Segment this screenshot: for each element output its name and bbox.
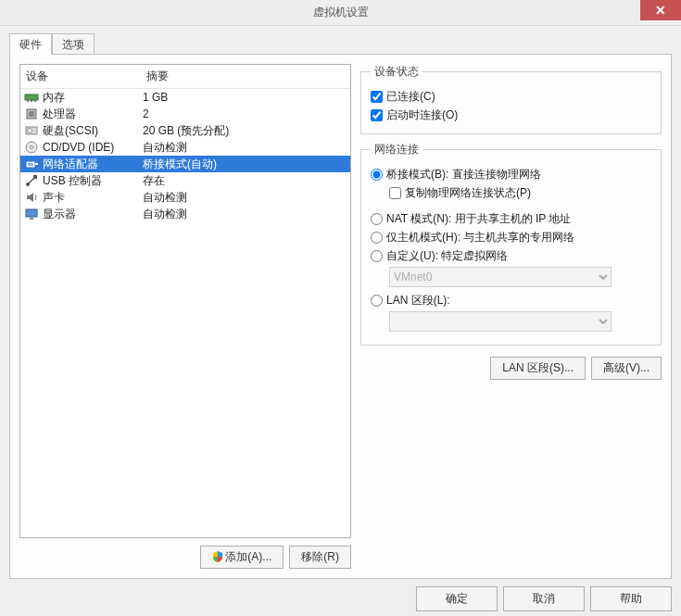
lan-segment-radio[interactable] (371, 295, 383, 307)
device-name: 内存 (43, 90, 143, 106)
svg-rect-3 (34, 100, 36, 102)
device-summary: 自动检测 (143, 140, 347, 156)
device-summary: 2 (143, 107, 347, 120)
device-name: 声卡 (43, 190, 143, 206)
memory-icon (24, 90, 39, 105)
lan-segment-select[interactable] (389, 311, 612, 332)
device-row-disk[interactable]: 硬盘(SCSI) 20 GB (预先分配) (20, 122, 350, 139)
device-row-display[interactable]: 显示器 自动检测 (20, 206, 350, 222)
device-row-cddvd[interactable]: CD/DVD (IDE) 自动检测 (20, 139, 350, 156)
add-button-label: 添加(A)... (225, 550, 271, 563)
tab-hardware[interactable]: 硬件 (9, 33, 52, 55)
connected-label: 已连接(C) (386, 89, 435, 105)
column-device[interactable]: 设备 (20, 65, 141, 88)
titlebar: 虚拟机设置 ✕ (0, 0, 681, 26)
connected-checkbox[interactable] (371, 91, 383, 103)
svg-rect-15 (26, 209, 37, 217)
close-icon: ✕ (655, 4, 666, 17)
right-buttons: LAN 区段(S)... 高级(V)... (360, 357, 662, 380)
nat-radio[interactable] (371, 213, 383, 225)
device-name: 处理器 (43, 107, 143, 122)
svg-rect-2 (31, 100, 32, 102)
device-table-header: 设备 摘要 (20, 65, 350, 89)
lan-segment-label: LAN 区段(L): (386, 293, 450, 308)
left-pane: 设备 摘要 内存 1 GB 处理器 (19, 64, 351, 569)
cd-icon (24, 140, 39, 155)
content-area: 硬件 选项 设备 摘要 内存 1 GB (0, 26, 681, 616)
help-button[interactable]: 帮助 (590, 586, 672, 611)
svg-rect-14 (33, 175, 37, 179)
bottom-buttons: 确定 取消 帮助 (9, 586, 672, 611)
custom-radio[interactable] (371, 250, 383, 262)
vmnet-select[interactable]: VMnet0 (389, 267, 612, 287)
connect-at-poweron-label: 启动时连接(O) (386, 107, 458, 123)
nat-label: NAT 模式(N): 用于共享主机的 IP 地址 (386, 211, 571, 227)
lan-segments-button[interactable]: LAN 区段(S)... (490, 357, 586, 380)
bridged-label: 桥接模式(B): 直接连接物理网络 (386, 167, 541, 182)
network-icon (24, 157, 39, 171)
device-row-memory[interactable]: 内存 1 GB (20, 89, 350, 106)
shield-icon (212, 551, 223, 562)
column-summary[interactable]: 摘要 (141, 65, 350, 88)
advanced-button[interactable]: 高级(V)... (591, 357, 662, 380)
device-row-sound[interactable]: 声卡 自动检测 (20, 189, 350, 206)
usb-icon (24, 173, 39, 188)
add-button[interactable]: 添加(A)... (200, 546, 284, 569)
window-title: 虚拟机设置 (0, 5, 681, 20)
svg-rect-1 (27, 100, 29, 102)
tabs: 硬件 选项 (9, 33, 672, 54)
device-summary: 自动检测 (143, 207, 347, 222)
connect-at-poweron-checkbox[interactable] (371, 109, 383, 121)
svg-rect-12 (35, 163, 38, 165)
device-summary: 20 GB (预先分配) (143, 123, 347, 139)
sound-icon (24, 190, 39, 205)
disk-icon (24, 123, 39, 138)
custom-label: 自定义(U): 特定虚拟网络 (386, 248, 508, 264)
cpu-icon (24, 107, 39, 121)
network-group: 网络连接 桥接模式(B): 直接连接物理网络 复制物理网络连接状态(P) NAT… (360, 142, 662, 346)
replicate-checkbox[interactable] (389, 187, 401, 199)
tab-options[interactable]: 选项 (52, 33, 95, 54)
device-summary: 桥接模式(自动) (143, 157, 347, 172)
remove-button[interactable]: 移除(R) (289, 546, 351, 569)
device-name: USB 控制器 (43, 173, 143, 189)
bridged-radio[interactable] (371, 169, 383, 181)
device-row-network[interactable]: 网络适配器 桥接模式(自动) (20, 156, 350, 172)
replicate-label: 复制物理网络连接状态(P) (405, 185, 531, 201)
network-legend: 网络连接 (371, 142, 422, 157)
hostonly-label: 仅主机模式(H): 与主机共享的专用网络 (386, 230, 574, 245)
device-status-group: 设备状态 已连接(C) 启动时连接(O) (360, 64, 662, 134)
device-table: 设备 摘要 内存 1 GB 处理器 (19, 64, 351, 538)
svg-rect-5 (29, 111, 34, 117)
device-summary: 存在 (143, 173, 347, 189)
svg-point-9 (31, 146, 33, 149)
cancel-button[interactable]: 取消 (503, 586, 585, 611)
device-rows: 内存 1 GB 处理器 2 硬盘(SCSI) (20, 89, 350, 537)
device-name: 硬盘(SCSI) (43, 123, 143, 139)
device-status-legend: 设备状态 (371, 64, 422, 80)
hostonly-radio[interactable] (371, 232, 383, 244)
device-name: 网络适配器 (43, 157, 143, 172)
display-icon (24, 207, 39, 221)
svg-point-7 (28, 129, 32, 133)
svg-rect-16 (30, 218, 33, 220)
device-row-cpu[interactable]: 处理器 2 (20, 106, 350, 122)
right-pane: 设备状态 已连接(C) 启动时连接(O) 网络连接 桥接模式(B): 直接连接物… (360, 64, 662, 569)
device-row-usb[interactable]: USB 控制器 存在 (20, 172, 350, 189)
svg-rect-11 (28, 163, 33, 166)
close-button[interactable]: ✕ (640, 0, 681, 20)
left-buttons: 添加(A)... 移除(R) (19, 546, 351, 569)
ok-button[interactable]: 确定 (416, 586, 498, 611)
device-name: 显示器 (43, 207, 143, 222)
device-summary: 自动检测 (143, 190, 347, 206)
tab-body: 设备 摘要 内存 1 GB 处理器 (9, 54, 672, 579)
device-name: CD/DVD (IDE) (43, 141, 143, 154)
device-summary: 1 GB (143, 91, 347, 104)
svg-rect-0 (25, 94, 38, 100)
